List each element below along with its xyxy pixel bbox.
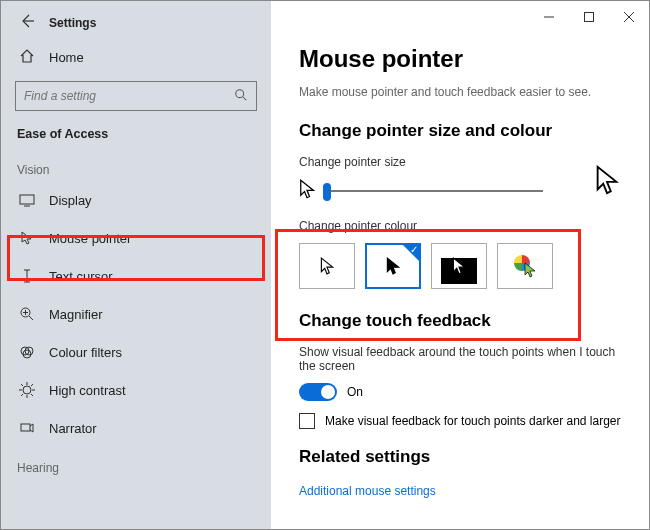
touch-feedback-toggle[interactable]: On	[299, 383, 621, 401]
darker-larger-checkbox[interactable]: Make visual feedback for touch points da…	[299, 413, 621, 429]
sidebar-item-colour-filters[interactable]: Colour filters	[1, 333, 271, 371]
touch-feedback-heading: Change touch feedback	[299, 311, 621, 331]
colour-filters-icon	[19, 344, 35, 360]
search-field[interactable]	[24, 89, 234, 103]
touch-desc: Show visual feedback around the touch po…	[299, 345, 621, 373]
section-heading: Ease of Access	[1, 121, 271, 149]
sidebar-item-high-contrast[interactable]: High contrast	[1, 371, 271, 409]
nav-label: Display	[49, 193, 92, 208]
nav-label: Mouse pointer	[49, 231, 131, 246]
home-icon	[19, 48, 35, 67]
narrator-icon	[19, 420, 35, 436]
home-label: Home	[49, 50, 84, 65]
svg-line-25	[31, 384, 33, 386]
pointer-colour-custom[interactable]	[497, 243, 553, 289]
group-vision-label: Vision	[1, 149, 271, 181]
svg-rect-1	[585, 13, 594, 22]
pointer-colour-inverted[interactable]	[431, 243, 487, 289]
page-title: Mouse pointer	[299, 45, 621, 73]
text-cursor-icon	[19, 268, 35, 284]
high-contrast-icon	[19, 382, 35, 398]
additional-mouse-settings-link[interactable]: Additional mouse settings	[299, 484, 436, 498]
check-icon: ✓	[410, 244, 418, 255]
group-hearing-label: Hearing	[1, 447, 271, 479]
sidebar: Settings Home Ease of Access Vision Disp…	[1, 1, 271, 529]
pointer-preview-large	[595, 165, 619, 199]
minimize-button[interactable]	[529, 3, 569, 31]
slider-thumb[interactable]	[323, 183, 331, 201]
svg-rect-26	[21, 424, 30, 431]
svg-rect-7	[20, 195, 34, 204]
pointer-colour-white[interactable]	[299, 243, 355, 289]
sidebar-item-narrator[interactable]: Narrator	[1, 409, 271, 447]
svg-line-24	[21, 394, 23, 396]
search-input[interactable]	[15, 81, 257, 111]
nav-label: High contrast	[49, 383, 126, 398]
sidebar-item-display[interactable]: Display	[1, 181, 271, 219]
sidebar-item-magnifier[interactable]: Magnifier	[1, 295, 271, 333]
nav-label: Narrator	[49, 421, 97, 436]
toggle-state-label: On	[347, 385, 363, 399]
magnifier-icon	[19, 306, 35, 322]
darker-larger-label: Make visual feedback for touch points da…	[325, 414, 621, 428]
related-heading: Related settings	[299, 447, 621, 467]
svg-line-6	[243, 96, 247, 100]
display-icon	[19, 192, 35, 208]
settings-window: Settings Home Ease of Access Vision Disp…	[0, 0, 650, 530]
mouse-pointer-icon	[19, 230, 35, 246]
svg-line-22	[21, 384, 23, 386]
sidebar-home[interactable]: Home	[1, 38, 271, 77]
page-subtitle: Make mouse pointer and touch feedback ea…	[299, 85, 621, 99]
titlebar	[1, 1, 649, 33]
svg-point-5	[236, 89, 244, 97]
pointer-size-row	[299, 179, 621, 203]
pointer-preview-small	[299, 179, 315, 203]
pointer-colour-black[interactable]: ✓	[365, 243, 421, 289]
svg-point-17	[23, 386, 31, 394]
maximize-button[interactable]	[569, 3, 609, 31]
colour-label: Change pointer colour	[299, 219, 621, 233]
sidebar-item-text-cursor[interactable]: Text cursor	[1, 257, 271, 295]
size-colour-heading: Change pointer size and colour	[299, 121, 621, 141]
pointer-colour-options: ✓	[299, 243, 621, 289]
svg-line-23	[31, 394, 33, 396]
checkbox-box	[299, 413, 315, 429]
toggle-knob	[321, 385, 335, 399]
search-icon	[234, 88, 248, 105]
size-label: Change pointer size	[299, 155, 621, 169]
toggle-track	[299, 383, 337, 401]
touch-feedback-section: Show visual feedback around the touch po…	[299, 345, 621, 429]
content-pane: Mouse pointer Make mouse pointer and tou…	[271, 1, 649, 529]
nav-label: Text cursor	[49, 269, 113, 284]
sidebar-item-mouse-pointer[interactable]: Mouse pointer	[1, 219, 271, 257]
nav-label: Magnifier	[49, 307, 102, 322]
pointer-size-slider[interactable]	[323, 190, 543, 192]
svg-line-11	[29, 316, 33, 320]
nav-label: Colour filters	[49, 345, 122, 360]
close-button[interactable]	[609, 3, 649, 31]
